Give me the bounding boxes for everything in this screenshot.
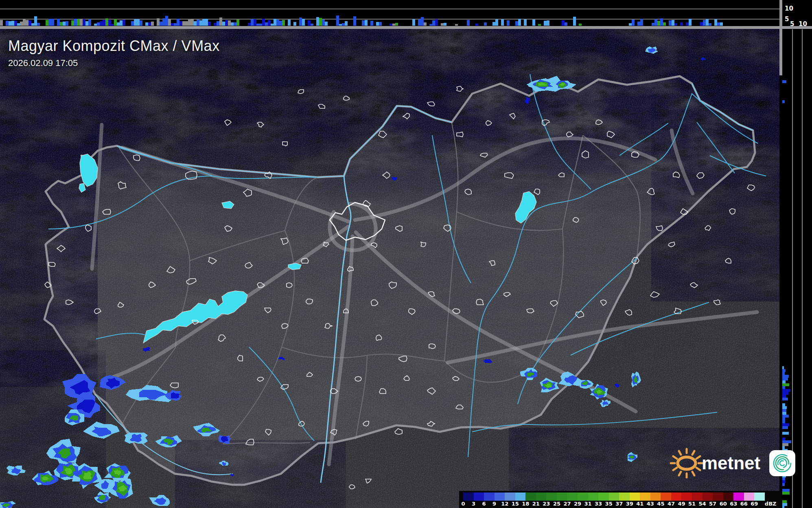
top-profile-pixel bbox=[565, 22, 567, 26]
top-profile-pixel bbox=[632, 20, 635, 26]
colorbar-swatch bbox=[505, 493, 515, 501]
map-area bbox=[0, 0, 812, 508]
top-profile-pixel bbox=[717, 22, 720, 26]
right-profile-panel bbox=[782, 0, 812, 508]
title-block: Magyar Kompozit CMax / VMax 2026.02.09 1… bbox=[8, 37, 220, 68]
colorbar-swatch bbox=[598, 493, 609, 501]
top-profile-pixel bbox=[234, 22, 236, 26]
colorbar-swatch bbox=[609, 493, 619, 501]
right-profile-pixel bbox=[782, 483, 785, 486]
top-profile-pixel bbox=[501, 19, 504, 26]
top-profile-pixel bbox=[467, 20, 470, 26]
top-profile-pixel bbox=[495, 19, 498, 26]
lake-velence bbox=[288, 263, 301, 270]
top-profile-pixel bbox=[262, 19, 265, 26]
top-profile-pixel bbox=[316, 17, 319, 26]
colorbar-swatch bbox=[692, 493, 703, 501]
top-profile-pixel bbox=[395, 23, 398, 26]
top-profile-pixel bbox=[706, 19, 709, 26]
top-profile-pixel bbox=[179, 21, 182, 26]
top-profile-pixel bbox=[507, 20, 510, 26]
colorbar-swatch bbox=[474, 493, 484, 501]
colorbar-tick-label: 29 bbox=[574, 501, 581, 507]
right-profile-pixel bbox=[782, 420, 785, 423]
top-profile-pixel bbox=[191, 19, 194, 26]
top-profile-pixel bbox=[484, 22, 487, 26]
top-profile-pixel bbox=[197, 20, 199, 26]
colorbar-tick-label: 23 bbox=[543, 501, 550, 507]
top-profile-pixel bbox=[231, 22, 234, 26]
colorbar-tick-label: 33 bbox=[595, 501, 602, 507]
top-profile-pixel bbox=[672, 20, 674, 26]
top-profile-pixel bbox=[28, 20, 31, 26]
top-profile-pixel bbox=[145, 22, 148, 26]
colorbar-swatch bbox=[557, 493, 567, 501]
colorbar-swatch bbox=[744, 493, 755, 501]
top-profile-pixel bbox=[171, 23, 174, 26]
colorbar-swatch bbox=[525, 493, 536, 501]
top-profile-pixel bbox=[720, 22, 723, 26]
top-profile-pixel bbox=[63, 22, 66, 26]
top-profile-pixel bbox=[114, 19, 117, 26]
top-profile-pixel bbox=[353, 16, 356, 26]
top-profile-pixel bbox=[219, 18, 222, 26]
right-profile-pixel bbox=[782, 438, 786, 440]
top-profile-pixel bbox=[441, 23, 444, 26]
top-profile-pixel bbox=[308, 20, 311, 26]
top-profile-pixel bbox=[654, 19, 657, 26]
top-profile-pixel bbox=[288, 20, 291, 26]
right-profile-pixel bbox=[782, 383, 789, 386]
top-profile-pixel bbox=[205, 19, 208, 26]
top-profile-pixel bbox=[319, 18, 322, 26]
colorbar-tick-label: 41 bbox=[636, 501, 643, 507]
top-profile-pixel bbox=[20, 22, 23, 26]
top-profile-panel bbox=[0, 0, 781, 26]
colorbar-tick-label: 43 bbox=[647, 501, 654, 507]
spiral-icon bbox=[771, 452, 793, 474]
top-profile-pixel bbox=[37, 23, 40, 26]
colorbar-swatch bbox=[671, 493, 682, 501]
top-profile-pixel bbox=[177, 19, 179, 26]
top-profile-pixel bbox=[85, 21, 88, 26]
colorbar-tick-label: 45 bbox=[657, 501, 664, 507]
right-profile-pixel bbox=[782, 412, 786, 415]
colorbar-swatch bbox=[723, 493, 734, 501]
right-profile-pixel bbox=[782, 389, 790, 392]
top-profile-pixel bbox=[342, 23, 345, 26]
right-profile-pixel bbox=[782, 415, 789, 418]
colorbar-swatch bbox=[661, 493, 671, 501]
top-profile-pixel bbox=[162, 18, 165, 26]
right-profile-label-10: 10 bbox=[799, 20, 807, 28]
top-profile-pixel bbox=[652, 23, 654, 26]
top-profile-pixel bbox=[6, 21, 9, 26]
right-profile-pixel bbox=[782, 392, 788, 395]
top-profile-pixel bbox=[703, 20, 706, 26]
top-profile-pixel bbox=[83, 19, 85, 26]
top-profile-pixel bbox=[435, 19, 438, 26]
top-profile-pixel bbox=[174, 23, 177, 26]
colorbar-tick-label: 51 bbox=[688, 501, 696, 507]
top-profile-pixel bbox=[151, 22, 154, 26]
top-profile-pixel bbox=[345, 21, 348, 26]
colorbar-swatch bbox=[495, 493, 505, 501]
right-profile-pixel bbox=[782, 369, 786, 372]
top-profile-pixel bbox=[140, 20, 142, 26]
top-profile-pixel bbox=[475, 24, 478, 26]
top-profile-pixel bbox=[131, 21, 134, 26]
colorbar-tick-label: 15 bbox=[512, 501, 519, 507]
top-profile-pixel bbox=[629, 23, 632, 26]
top-profile-pixel bbox=[562, 20, 565, 26]
colorbar-tick-label: 21 bbox=[532, 501, 540, 507]
top-profile-pixel bbox=[657, 21, 660, 26]
top-profile-pixel bbox=[412, 19, 415, 26]
top-profile-pixel bbox=[669, 20, 672, 26]
top-profile-pixel bbox=[302, 19, 305, 26]
colorbar-tick-label: 3 bbox=[472, 501, 475, 507]
colorbar-tick-label: 57 bbox=[709, 501, 716, 507]
top-profile-pixel bbox=[265, 22, 268, 26]
top-profile-pixel bbox=[148, 22, 151, 26]
colorbar-tick-label: 0 bbox=[461, 501, 465, 507]
metnet-app-icon bbox=[769, 450, 795, 476]
top-profile-pixel bbox=[23, 19, 26, 26]
top-profile-pixel bbox=[282, 20, 285, 26]
